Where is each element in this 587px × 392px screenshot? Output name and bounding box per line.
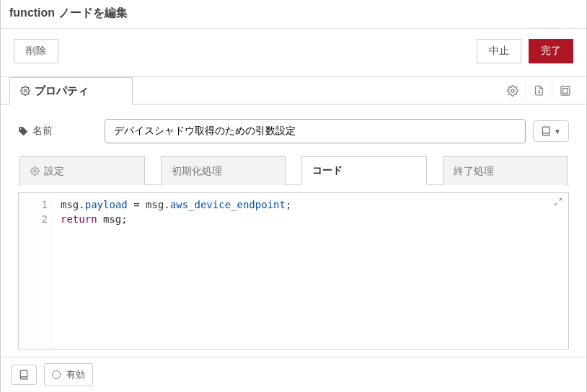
book-icon [19, 370, 29, 380]
tag-icon [18, 126, 28, 136]
enabled-label: 有効 [66, 368, 85, 381]
code-content[interactable]: msg.payload = msg.aws_device_endpoint;re… [55, 193, 568, 349]
done-button[interactable]: 完了 [529, 39, 573, 63]
svg-point-6 [34, 170, 36, 172]
description-button[interactable] [526, 80, 552, 102]
settings-button[interactable] [500, 80, 526, 102]
action-bar: 削除 中止 完了 [1, 29, 586, 77]
book-icon [541, 126, 551, 136]
svg-point-1 [511, 89, 514, 92]
tab-close-label: 終了処理 [454, 165, 494, 178]
enabled-toggle[interactable]: 有効 [44, 363, 93, 386]
expand-icon[interactable] [552, 196, 564, 208]
name-input[interactable] [105, 119, 526, 143]
library-button[interactable]: ▼ [533, 120, 569, 142]
svg-rect-4 [561, 86, 570, 95]
caret-down-icon: ▼ [554, 128, 561, 135]
tab-setup[interactable]: 設定 [19, 156, 145, 185]
svg-rect-5 [562, 88, 568, 93]
code-editor[interactable]: 12 msg.payload = msg.aws_device_endpoint… [18, 192, 569, 349]
tab-code[interactable]: コード [301, 156, 427, 185]
docs-button[interactable] [11, 365, 37, 385]
line-gutter: 12 [19, 193, 55, 349]
tab-setup-label: 設定 [44, 165, 64, 178]
main-tabs: プロパティ [1, 77, 586, 104]
gear-icon [20, 86, 30, 96]
svg-line-8 [555, 202, 558, 205]
code-tabs: 設定 初期化処理 コード 終了処理 [18, 156, 569, 185]
tab-properties[interactable]: プロパティ [9, 77, 133, 104]
cancel-button[interactable]: 中止 [477, 39, 521, 63]
svg-point-0 [24, 89, 27, 92]
svg-line-7 [559, 199, 562, 202]
gear-icon [30, 166, 40, 176]
edit-panel: function ノードを編集 削除 中止 完了 プロパティ [0, 0, 587, 392]
delete-button[interactable]: 削除 [14, 39, 58, 63]
name-label: 名前 [18, 125, 97, 138]
name-label-text: 名前 [32, 125, 53, 138]
circle-icon [52, 370, 61, 379]
name-row: 名前 ▼ [18, 119, 569, 143]
appearance-button[interactable] [552, 80, 578, 102]
tab-initialize-label: 初期化処理 [172, 165, 222, 178]
footer: 有効 [1, 357, 586, 392]
tab-properties-label: プロパティ [35, 84, 89, 98]
form-body: 名前 ▼ 設定 初期化処理 コード [1, 104, 586, 357]
panel-title: function ノードを編集 [1, 0, 586, 29]
tab-initialize[interactable]: 初期化処理 [161, 156, 286, 185]
tab-close[interactable]: 終了処理 [443, 156, 568, 185]
tab-code-label: コード [312, 164, 343, 177]
